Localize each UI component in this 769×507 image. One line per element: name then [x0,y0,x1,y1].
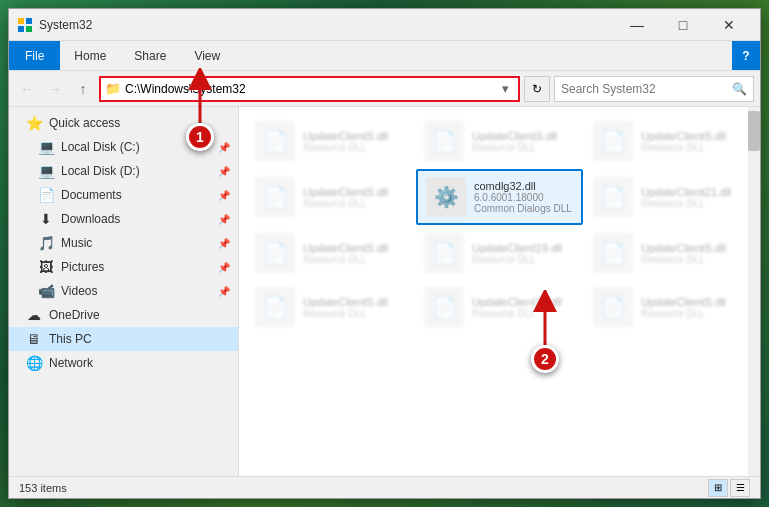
file-item-f10[interactable]: 📄 UpdateClientS.dll Resource DLL [247,281,414,333]
file-desc: Resource DLL [472,142,557,153]
sidebar-item-network[interactable]: 🌐 Network [9,351,238,375]
sidebar-item-documents[interactable]: 📄 Documents 📌 [9,183,238,207]
sidebar-label-videos: Videos [61,284,212,298]
file-info: UpdateClientS.dll Resource DLL [641,242,726,265]
minimize-button[interactable]: — [614,9,660,41]
window-controls: — □ ✕ [614,9,752,41]
address-bar: ← → ↑ 📁 ▾ ↻ 🔍 [9,71,760,107]
file-name: UpdateClientS.dll [641,130,726,142]
file-item-f4[interactable]: 📄 UpdateClientS.dll Resource DLL [247,169,414,225]
sidebar-item-downloads[interactable]: ⬇ Downloads 📌 [9,207,238,231]
sidebar-item-music[interactable]: 🎵 Music 📌 [9,231,238,255]
file-item-f7[interactable]: 📄 UpdateClientS.dll Resource DLL [247,227,414,279]
sidebar-item-this-pc[interactable]: 🖥 This PC [9,327,238,351]
file-desc: Resource DLL [641,198,731,209]
file-item-f3[interactable]: 📄 UpdateClientS.dll Resource DLL [585,115,752,167]
file-desc: Resource DLL [472,254,562,265]
annotation-circle-2: 2 [531,345,559,373]
close-button[interactable]: ✕ [706,9,752,41]
list-view-button[interactable]: ☰ [730,479,750,497]
file-name: UpdateClientS.dll [303,130,388,142]
sidebar-label-pictures: Pictures [61,260,212,274]
file-name: UpdateClientS.dll [641,296,726,308]
file-info: UpdateClient19.dll Resource DLL [472,242,562,265]
file-item-f6[interactable]: 📄 UpdateClient21.dll Resource DLL [585,169,752,225]
svg-rect-1 [26,18,32,24]
refresh-button[interactable]: ↻ [524,76,550,102]
annotation-circle-1: 1 [186,123,214,151]
file-item-f5[interactable]: ⚙️ comdlg32.dll 6.0.6001.18000Common Dia… [416,169,583,225]
annotation-1-group: 1 [185,68,215,159]
file-icon-wrap: 📄 [593,177,633,217]
annotation-2-group: 2 [530,290,560,381]
dll-icon: 📄 [601,185,626,209]
maximize-button[interactable]: □ [660,9,706,41]
local-disk-c-icon: 💻 [37,139,55,155]
dll-icon: 📄 [263,295,288,319]
sidebar-label-onedrive: OneDrive [49,308,230,322]
dll-icon: 📄 [601,241,626,265]
file-icon-wrap: 📄 [255,287,295,327]
file-area: 📄 UpdateClientS.dll Resource DLL 📄 Updat… [239,107,760,476]
address-input[interactable] [125,82,496,96]
file-name: UpdateClientS.dll [303,242,388,254]
menu-file[interactable]: File [9,41,60,70]
dll-icon: 📄 [432,129,457,153]
pin-icon-vids: 📌 [218,286,230,297]
file-name: UpdateClientS.dll [641,242,726,254]
search-icon: 🔍 [732,82,747,96]
svg-rect-2 [18,26,24,32]
file-icon-wrap: 📄 [593,287,633,327]
menu-view[interactable]: View [180,41,234,70]
window-icon [17,17,33,33]
menu-home[interactable]: Home [60,41,120,70]
sidebar: ⭐ Quick access 💻 Local Disk (C:) 📌 💻 Loc… [9,107,239,476]
file-item-f1[interactable]: 📄 UpdateClientS.dll Resource DLL [247,115,414,167]
pin-icon-pics: 📌 [218,262,230,273]
dll-icon: 📄 [601,295,626,319]
sidebar-item-local-disk-d[interactable]: 💻 Local Disk (D:) 📌 [9,159,238,183]
file-info: UpdateClientS.dll Resource DLL [303,186,388,209]
search-input[interactable] [561,82,732,96]
annotation-arrow-2 [530,290,560,350]
forward-button[interactable]: → [43,77,67,101]
details-view-button[interactable]: ⊞ [708,479,728,497]
file-desc: Resource DLL [641,308,726,319]
up-button[interactable]: ↑ [71,77,95,101]
sidebar-label-local-disk-d: Local Disk (D:) [61,164,212,178]
file-item-f2[interactable]: 📄 UpdateClientS.dll Resource DLL [416,115,583,167]
file-item-f12[interactable]: 📄 UpdateClientS.dll Resource DLL [585,281,752,333]
sidebar-item-pictures[interactable]: 🖼 Pictures 📌 [9,255,238,279]
pictures-icon: 🖼 [37,259,55,275]
file-icon-wrap: 📄 [593,121,633,161]
dll-icon: 📄 [263,185,288,209]
pin-icon-music: 📌 [218,238,230,249]
pin-icon-docs: 📌 [218,190,230,201]
file-desc: Resource DLL [303,198,388,209]
back-button[interactable]: ← [15,77,39,101]
address-bar-input-wrap: 📁 ▾ [99,76,520,102]
file-item-f9[interactable]: 📄 UpdateClientS.dll Resource DLL [585,227,752,279]
sidebar-label-downloads: Downloads [61,212,212,226]
file-icon-wrap: 📄 [593,233,633,273]
file-desc: Resource DLL [303,254,388,265]
file-icon-wrap: 📄 [255,121,295,161]
menu-help[interactable]: ? [732,41,760,70]
file-icon-wrap: 📄 [424,233,464,273]
file-info: UpdateClientS.dll Resource DLL [303,130,388,153]
file-name: UpdateClientS.dll [303,186,388,198]
address-dropdown-button[interactable]: ▾ [496,78,514,100]
sidebar-item-videos[interactable]: 📹 Videos 📌 [9,279,238,303]
file-item-f8[interactable]: 📄 UpdateClient19.dll Resource DLL [416,227,583,279]
menu-share[interactable]: Share [120,41,180,70]
sidebar-item-onedrive[interactable]: ☁ OneDrive [9,303,238,327]
pin-icon-c: 📌 [218,142,230,153]
file-explorer-window: System32 — □ ✕ File Home Share View ? ← … [8,8,761,499]
local-disk-d-icon: 💻 [37,163,55,179]
file-icon-wrap: 📄 [255,233,295,273]
file-name: UpdateClient19.dll [472,242,562,254]
dll-icon: 📄 [263,241,288,265]
file-info: UpdateClientS.dll Resource DLL [641,296,726,319]
file-desc: Resource DLL [303,142,388,153]
music-icon: 🎵 [37,235,55,251]
